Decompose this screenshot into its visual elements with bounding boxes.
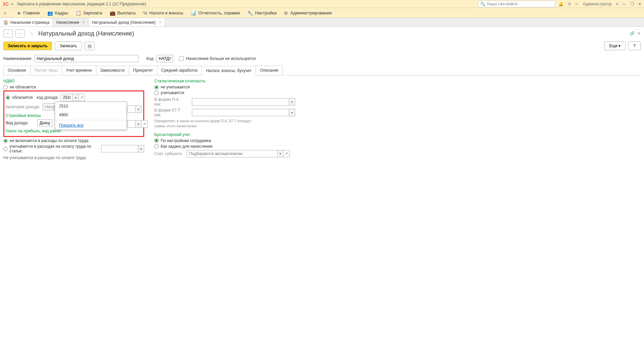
open-external-icon[interactable]: ↗ — [283, 150, 289, 157]
settings-icon[interactable]: ≡ — [616, 2, 618, 6]
home-icon: ★ — [17, 10, 21, 16]
subtab-zavisimosti[interactable]: Зависимости — [96, 66, 129, 75]
radio-stats-counted[interactable] — [154, 91, 159, 95]
menu-otchet[interactable]: 📊Отчетность, справки — [191, 10, 240, 16]
logo-1c: 1C — [3, 1, 9, 7]
tab-naturalny-dohod[interactable]: Натуральный доход (Начисление) × — [89, 18, 165, 26]
stats-counted-label: учитывается — [161, 90, 184, 95]
back-button[interactable]: ← — [3, 29, 13, 38]
save-close-button[interactable]: Записать и закрыть — [3, 42, 52, 50]
chevron-down-icon[interactable]: ▾ — [138, 145, 144, 152]
close-icon[interactable]: ✕ — [638, 2, 641, 6]
income-type-input[interactable] — [37, 119, 52, 127]
code-input[interactable] — [156, 55, 173, 62]
restore-icon[interactable]: ❐ — [630, 2, 634, 6]
code-label: Код: — [147, 56, 155, 61]
profit-not-included-label: не включается в расходы по оплате труда — [10, 138, 89, 143]
p57-input[interactable] — [192, 109, 289, 116]
link-icon[interactable]: 🔗 — [630, 31, 635, 36]
search-icon: 🔍 — [480, 2, 485, 6]
gear-icon: ⚙ — [284, 10, 288, 16]
p57-label: В форме 57-Т как: — [154, 108, 188, 117]
dropdown-item-2510[interactable]: 2510 — [55, 102, 126, 111]
dropdown-item-4800[interactable]: 4800 — [55, 111, 126, 119]
subtab-opisanie[interactable]: Описание — [256, 66, 283, 75]
minimize-icon[interactable]: — — [622, 2, 626, 6]
report-icon: 📊 — [191, 10, 196, 16]
radio-stats-not-counted[interactable] — [154, 85, 159, 89]
category-extra-input[interactable] — [127, 106, 136, 113]
save-button[interactable]: Записать — [55, 42, 82, 50]
unused-checkbox[interactable] — [179, 56, 184, 61]
income-code-label: код дохода: — [37, 95, 59, 100]
menu-nalogi[interactable]: %Налоги и взносы — [143, 10, 183, 16]
income-code-dropdown: 2510 4800 Показать все — [55, 101, 127, 130]
profit-included-label: учитывается в расходах на оплату труда п… — [9, 144, 97, 153]
more-button[interactable]: Еще ▾ — [604, 42, 626, 50]
subtab-prioritet[interactable]: Приоритет — [129, 66, 157, 75]
stats-not-counted-label: не учитывается — [161, 85, 190, 89]
calendar-icon: 📋 — [75, 10, 81, 16]
chevron-down-icon[interactable]: ▾ — [136, 120, 142, 128]
menu-main[interactable]: ★Главное — [17, 10, 40, 16]
chevron-down-icon: ▾ — [619, 44, 621, 48]
close-page-icon[interactable]: ✕ — [637, 31, 641, 36]
menu-admin[interactable]: ⚙Администрирование — [284, 10, 332, 16]
acct-by-employee-label: По настройкам сотрудника — [161, 138, 211, 143]
star-icon[interactable]: ☆ — [575, 2, 579, 6]
chevron-down-icon[interactable]: ▾ — [136, 106, 142, 113]
menu-vyplaty[interactable]: 💼Выплаты — [110, 10, 136, 16]
search-input[interactable] — [487, 2, 553, 6]
name-label: Наименование: — [3, 56, 33, 61]
list-button[interactable]: ▤ — [85, 42, 95, 50]
main-menu-burger[interactable]: ≡ — [3, 10, 6, 16]
wrench-icon: 🔧 — [247, 10, 253, 16]
tab-nachisleniya[interactable]: Начисления × — [53, 18, 89, 26]
radio-ndfl-taxed[interactable] — [6, 95, 10, 100]
subtab-nalogi[interactable]: Налоги, взносы, бухучет — [202, 66, 256, 75]
subtab-raschet[interactable]: Расчет базы — [30, 66, 62, 75]
income-code-input[interactable] — [61, 94, 73, 101]
menu-nastroika[interactable]: 🔧Настройка — [247, 10, 276, 16]
tab-home[interactable]: 🏠 Начальная страница — [0, 18, 53, 26]
radio-profit-not-included[interactable] — [3, 139, 8, 143]
people-icon: 👥 — [47, 10, 53, 16]
subtab-osnovnoe[interactable]: Основное — [3, 66, 31, 75]
dropdown-show-all[interactable]: Показать все — [55, 121, 126, 130]
income-type-label: Вид дохода: — [6, 121, 29, 125]
user-label[interactable]: Администратор — [583, 2, 612, 6]
radio-ndfl-not-taxed[interactable] — [3, 85, 8, 89]
chevron-down-icon[interactable]: ▾ — [277, 150, 283, 157]
history-icon[interactable]: ↺ — [568, 2, 571, 6]
profit-article-input[interactable] — [101, 145, 138, 152]
search-box[interactable]: 🔍 — [478, 1, 555, 7]
highlight-annotation: облагается код дохода: ▾ ↗ 2510 4800 Пок… — [3, 90, 144, 137]
name-input[interactable] — [35, 55, 139, 62]
help-button[interactable]: ? — [628, 42, 641, 50]
ndfl-title: НДФЛ — [3, 79, 144, 83]
tab-close-icon[interactable]: × — [159, 20, 161, 25]
income-type-extra-input[interactable] — [127, 120, 136, 128]
p4-input[interactable] — [192, 98, 289, 106]
radio-acct-by-employee[interactable] — [154, 138, 159, 143]
bell-icon[interactable]: 🔔 — [558, 2, 564, 6]
menu-kadry[interactable]: 👥Кадры — [47, 10, 68, 16]
open-external-icon[interactable]: ↗ — [142, 120, 148, 128]
subtab-sredniy[interactable]: Средний заработок — [157, 66, 202, 75]
income-code-open-button[interactable]: ↗ — [79, 94, 85, 101]
page-title: Натуральный доход (Начисление) — [38, 30, 134, 37]
burger-icon[interactable]: ≡ — [11, 1, 13, 7]
chevron-down-icon[interactable]: ▾ — [289, 98, 295, 106]
p4-label: В форме П-4 как: — [154, 97, 184, 107]
account-input[interactable] — [187, 150, 277, 157]
menu-zarplata[interactable]: 📋Зарплата — [75, 10, 102, 16]
radio-profit-included[interactable] — [3, 147, 7, 151]
chevron-down-icon[interactable]: ▾ — [289, 109, 295, 116]
favorite-button[interactable]: ☆ — [28, 29, 36, 38]
income-code-dropdown-button[interactable]: ▾ — [73, 94, 79, 101]
tab-close-icon[interactable]: × — [83, 20, 85, 25]
radio-acct-as-set[interactable] — [154, 144, 159, 148]
account-label: Счет, субконто: — [154, 151, 183, 156]
forward-button[interactable]: → — [15, 29, 25, 38]
subtab-uchet-vremeni[interactable]: Учет времени — [62, 66, 96, 75]
